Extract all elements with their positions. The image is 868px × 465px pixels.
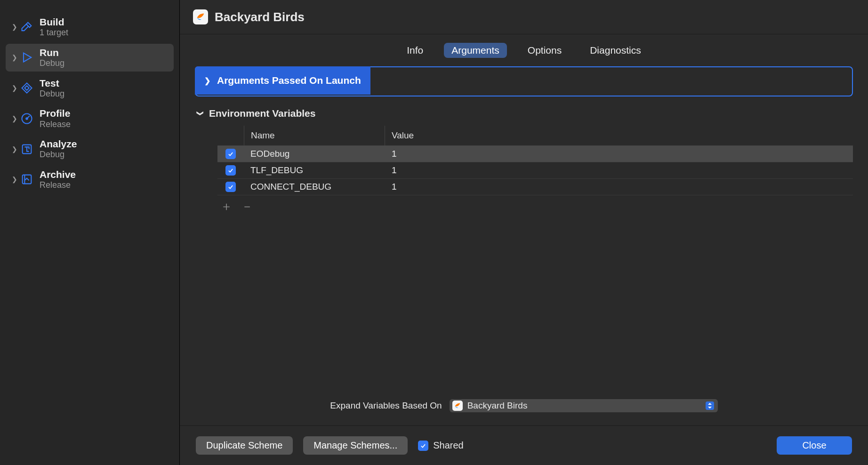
sidebar-item-build[interactable]: ❯ Build 1 target <box>6 13 174 41</box>
remove-env-button[interactable]: － <box>241 200 253 212</box>
env-section-header[interactable]: ❯ Environment Variables <box>195 105 853 126</box>
sidebar-item-profile[interactable]: ❯ Profile Release <box>6 104 174 132</box>
checkbox[interactable] <box>225 149 236 159</box>
sidebar-item-label: Archive <box>40 168 76 180</box>
checkbox[interactable] <box>225 165 236 176</box>
expand-variables-popup[interactable]: Backyard Birds <box>450 399 718 412</box>
sidebar-item-analyze[interactable]: ❯ Analyze Debug <box>6 135 174 163</box>
app-icon <box>452 401 463 411</box>
duplicate-scheme-button[interactable]: Duplicate Scheme <box>196 436 293 455</box>
table-header: Name Value <box>217 126 853 146</box>
env-value[interactable]: 1 <box>385 179 853 195</box>
disclosure-icon: ❯ <box>10 23 19 31</box>
chevron-right-icon: ❯ <box>204 76 210 85</box>
table-row[interactable]: TLF_DEBUG 1 <box>217 162 853 179</box>
play-icon <box>19 49 35 65</box>
env-name[interactable]: EODebug <box>244 146 385 162</box>
sidebar-item-label: Run <box>40 47 64 58</box>
sidebar-item-sublabel: Release <box>40 120 71 130</box>
sidebar-item-sublabel: Release <box>40 180 76 191</box>
env-value[interactable]: 1 <box>385 146 853 162</box>
svg-rect-6 <box>23 175 32 184</box>
shared-label: Shared <box>433 440 464 451</box>
checkbox[interactable] <box>225 182 236 192</box>
chevron-down-icon: ❯ <box>197 111 204 116</box>
sidebar-item-label: Test <box>40 77 64 89</box>
svg-marker-1 <box>22 83 32 93</box>
gauge-icon <box>19 111 35 127</box>
sidebar-item-sublabel: Debug <box>40 150 77 160</box>
tab-options[interactable]: Options <box>520 43 569 58</box>
updown-arrows-icon <box>706 401 714 410</box>
column-name[interactable]: Name <box>244 126 385 145</box>
expand-variables-label: Expand Variables Based On <box>330 401 442 411</box>
svg-marker-0 <box>24 53 31 62</box>
env-section-title: Environment Variables <box>209 108 315 119</box>
wrench-icon <box>19 80 35 96</box>
sidebar-item-sublabel: 1 target <box>40 28 68 38</box>
env-value[interactable]: 1 <box>385 162 853 178</box>
manage-schemes-button[interactable]: Manage Schemes... <box>303 436 408 455</box>
expand-variables-row: Expand Variables Based On Backyard Birds <box>180 390 868 425</box>
table-row[interactable]: CONNECT_DEBUG 1 <box>217 179 853 195</box>
arguments-on-launch-section[interactable]: ❯ Arguments Passed On Launch <box>195 66 853 96</box>
archive-icon <box>19 171 35 187</box>
footer: Duplicate Scheme Manage Schemes... Share… <box>180 425 868 465</box>
sidebar-item-sublabel: Debug <box>40 58 64 69</box>
scheme-action-sidebar: ❯ Build 1 target ❯ Run Debug ❯ <box>0 0 180 465</box>
env-name[interactable]: TLF_DEBUG <box>244 162 385 178</box>
popup-value: Backyard Birds <box>467 401 528 411</box>
disclosure-icon: ❯ <box>10 54 19 61</box>
tab-info[interactable]: Info <box>399 43 431 58</box>
add-env-button[interactable]: ＋ <box>220 200 233 212</box>
scheme-title: Backyard Birds <box>215 10 305 24</box>
sidebar-item-sublabel: Debug <box>40 89 64 99</box>
svg-marker-8 <box>708 407 712 409</box>
disclosure-icon: ❯ <box>10 145 19 153</box>
arguments-section-title: Arguments Passed On Launch <box>217 75 361 86</box>
column-value[interactable]: Value <box>385 126 853 145</box>
app-icon <box>193 9 208 24</box>
environment-variables-section: ❯ Environment Variables Name Value <box>195 105 853 217</box>
tab-diagnostics[interactable]: Diagnostics <box>582 43 649 58</box>
scheme-tabs: Info Arguments Options Diagnostics <box>180 34 868 66</box>
env-variables-table: Name Value EODebug 1 <box>217 126 853 217</box>
tab-arguments[interactable]: Arguments <box>444 43 507 58</box>
svg-marker-7 <box>708 403 712 405</box>
scheme-header: Backyard Birds <box>180 0 868 34</box>
svg-point-4 <box>26 118 28 120</box>
hammer-icon <box>19 19 35 35</box>
sidebar-item-label: Build <box>40 16 68 28</box>
close-button[interactable]: Close <box>777 436 852 455</box>
sidebar-item-label: Analyze <box>40 138 77 150</box>
sidebar-item-label: Profile <box>40 107 71 119</box>
env-name[interactable]: CONNECT_DEBUG <box>244 179 385 195</box>
analyze-icon <box>19 141 35 157</box>
sidebar-item-archive[interactable]: ❯ Archive Release <box>6 166 174 193</box>
table-row[interactable]: EODebug 1 <box>217 146 853 162</box>
svg-marker-2 <box>24 86 29 90</box>
sidebar-item-test[interactable]: ❯ Test Debug <box>6 74 174 102</box>
disclosure-icon: ❯ <box>10 176 19 183</box>
sidebar-item-run[interactable]: ❯ Run Debug <box>6 44 174 72</box>
shared-checkbox[interactable] <box>418 441 428 451</box>
disclosure-icon: ❯ <box>10 115 19 122</box>
disclosure-icon: ❯ <box>10 84 19 92</box>
